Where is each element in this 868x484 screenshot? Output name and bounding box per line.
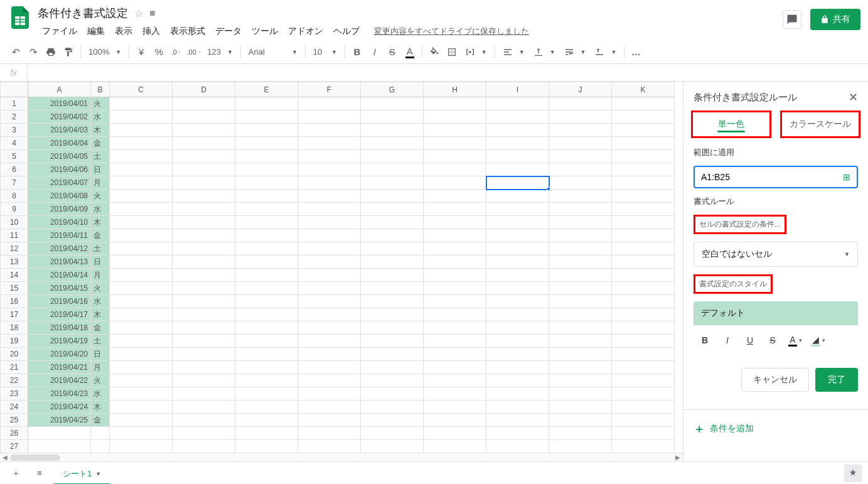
cell-C1[interactable]	[110, 97, 173, 110]
cell-D14[interactable]	[173, 269, 235, 282]
cell-H25[interactable]	[424, 414, 486, 427]
cell-F20[interactable]	[298, 348, 361, 361]
cell-D9[interactable]	[173, 203, 235, 216]
cell-A21[interactable]: 2019/04/21	[28, 361, 91, 374]
cell-I2[interactable]	[486, 110, 549, 124]
cell-D6[interactable]	[173, 163, 235, 176]
cell-H11[interactable]	[424, 229, 486, 242]
cell-B2[interactable]: 水	[91, 110, 110, 124]
cell-A11[interactable]: 2019/04/11	[28, 229, 91, 242]
cell-B22[interactable]: 火	[91, 374, 110, 387]
cell-B20[interactable]: 日	[91, 348, 110, 361]
cell-J20[interactable]	[549, 348, 612, 361]
range-input-wrap[interactable]: ⊞	[694, 166, 858, 188]
column-header-I[interactable]: I	[486, 82, 549, 97]
cell-E1[interactable]	[235, 97, 298, 110]
close-icon[interactable]: ✕	[849, 90, 858, 104]
explore-button[interactable]	[844, 465, 862, 482]
more-toolbar-button[interactable]: …	[628, 44, 645, 60]
menu-insert[interactable]: 挿入	[138, 23, 164, 40]
cell-D19[interactable]	[173, 335, 235, 348]
cell-E20[interactable]	[235, 348, 298, 361]
cell-G23[interactable]	[361, 387, 424, 401]
column-header-C[interactable]: C	[110, 82, 173, 97]
row-header[interactable]: 21	[1, 361, 28, 374]
fill-color-button[interactable]	[426, 44, 442, 60]
cell-H22[interactable]	[424, 374, 486, 387]
column-header-D[interactable]: D	[173, 82, 235, 97]
cell-G8[interactable]	[361, 190, 424, 203]
cell-I24[interactable]	[486, 401, 549, 414]
cell-E3[interactable]	[235, 124, 298, 137]
cell-C12[interactable]	[110, 242, 173, 255]
cell-K10[interactable]	[612, 216, 675, 229]
cell-C23[interactable]	[110, 387, 173, 401]
cell-F15[interactable]	[298, 282, 361, 295]
menu-format[interactable]: 表示形式	[166, 23, 210, 40]
cell-C7[interactable]	[110, 176, 173, 190]
cell-H4[interactable]	[424, 137, 486, 150]
cell-F22[interactable]	[298, 374, 361, 387]
cell-F1[interactable]	[298, 97, 361, 110]
cell-K11[interactable]	[612, 229, 675, 242]
row-header[interactable]: 22	[1, 374, 28, 387]
cell-C14[interactable]	[110, 269, 173, 282]
cell-J10[interactable]	[549, 216, 612, 229]
cell-E6[interactable]	[235, 163, 298, 176]
cell-K1[interactable]	[612, 97, 675, 110]
cell-A9[interactable]: 2019/04/09	[28, 203, 91, 216]
cell-J24[interactable]	[549, 401, 612, 414]
row-header[interactable]: 18	[1, 321, 28, 335]
cell-K4[interactable]	[612, 137, 675, 150]
cell-B11[interactable]: 金	[91, 229, 110, 242]
cell-C8[interactable]	[110, 190, 173, 203]
cell-J11[interactable]	[549, 229, 612, 242]
cell-B9[interactable]: 水	[91, 203, 110, 216]
row-header[interactable]: 16	[1, 295, 28, 308]
cell-C4[interactable]	[110, 137, 173, 150]
more-formats-dropdown[interactable]: 123▼	[203, 44, 237, 60]
cell-I7[interactable]	[486, 176, 549, 190]
cell-C15[interactable]	[110, 282, 173, 295]
style-italic-button[interactable]: I	[719, 331, 736, 349]
all-sheets-button[interactable]: ≡	[30, 464, 49, 483]
cell-F14[interactable]	[298, 269, 361, 282]
sheet-tab-1[interactable]: シート1 ▼	[54, 462, 110, 485]
cell-J13[interactable]	[549, 255, 612, 269]
cell-C17[interactable]	[110, 308, 173, 321]
cell-B19[interactable]: 土	[91, 335, 110, 348]
style-text-color-button[interactable]: A▾	[786, 331, 804, 349]
cell-H16[interactable]	[424, 295, 486, 308]
cell-E16[interactable]	[235, 295, 298, 308]
cell-I17[interactable]	[486, 308, 549, 321]
cell-K17[interactable]	[612, 308, 675, 321]
cell-E19[interactable]	[235, 335, 298, 348]
horizontal-align-button[interactable]: ▼	[499, 44, 528, 60]
cell-D5[interactable]	[173, 150, 235, 163]
cell-E22[interactable]	[235, 374, 298, 387]
cell-I22[interactable]	[486, 374, 549, 387]
cell-E5[interactable]	[235, 150, 298, 163]
cell-G3[interactable]	[361, 124, 424, 137]
cell-I12[interactable]	[486, 242, 549, 255]
cell-H17[interactable]	[424, 308, 486, 321]
cell-B15[interactable]: 火	[91, 282, 110, 295]
cell-G5[interactable]	[361, 150, 424, 163]
cell-D16[interactable]	[173, 295, 235, 308]
cell-A25[interactable]: 2019/04/25	[28, 414, 91, 427]
row-header[interactable]: 7	[1, 176, 28, 190]
cell-K9[interactable]	[612, 203, 675, 216]
cell-C26[interactable]	[110, 427, 173, 440]
spreadsheet-grid[interactable]: ABCDEFGHIJK12019/04/01火22019/04/02水32019…	[0, 82, 675, 453]
row-header[interactable]: 14	[1, 269, 28, 282]
cell-F26[interactable]	[298, 427, 361, 440]
share-button[interactable]: 共有	[810, 9, 860, 30]
cell-B17[interactable]: 木	[91, 308, 110, 321]
cell-E25[interactable]	[235, 414, 298, 427]
cell-A24[interactable]: 2019/04/24	[28, 401, 91, 414]
cell-K5[interactable]	[612, 150, 675, 163]
cell-K8[interactable]	[612, 190, 675, 203]
row-header[interactable]: 3	[1, 124, 28, 137]
cell-B12[interactable]: 土	[91, 242, 110, 255]
cell-D12[interactable]	[173, 242, 235, 255]
